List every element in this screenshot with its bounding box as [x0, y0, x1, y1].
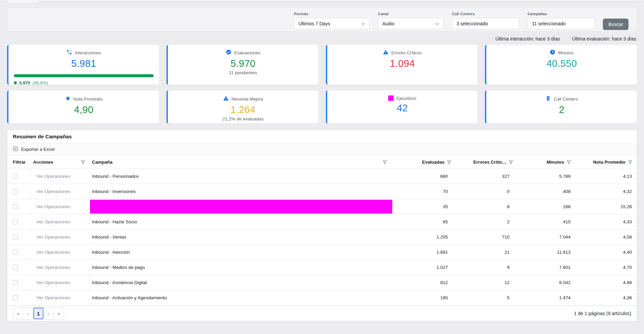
col-header-errores[interactable]: Errores Crític... — [456, 160, 519, 165]
row-checkbox[interactable] — [13, 219, 18, 224]
page-1-button[interactable]: 1 — [33, 308, 43, 319]
filter-funnel-icon[interactable] — [566, 160, 571, 165]
col-header-acciones[interactable]: Acciones — [31, 160, 90, 165]
check-circle-icon — [226, 49, 232, 56]
search-button[interactable]: Buscar — [603, 19, 628, 30]
ver-operaciones-link[interactable]: Ver Operaciones — [36, 189, 70, 194]
canal-select[interactable]: Audio — [378, 18, 444, 29]
green-dot-icon — [14, 81, 17, 84]
pagination-summary: 1 de 1 páginas (9 artículos) — [574, 311, 631, 316]
row-checkbox[interactable] — [13, 295, 18, 300]
next-page-button[interactable]: › — [43, 308, 54, 319]
col-header-evaluadas[interactable]: Evaluadas — [392, 160, 456, 165]
table-toolbar: Exportar a Excel — [7, 143, 637, 156]
evaluated-progress-bar — [14, 74, 154, 77]
ver-operaciones-link[interactable]: Ver Operaciones — [36, 234, 70, 240]
minutos-value: 6.042 — [519, 275, 576, 290]
ver-operaciones-link[interactable]: Ver Operaciones — [36, 250, 70, 255]
card-label: Nota Promedio — [73, 96, 103, 102]
evaluadas-value: 185 — [392, 290, 456, 305]
campanas-value: 11 seleccionado — [532, 21, 565, 26]
row-checkbox[interactable] — [13, 189, 18, 194]
table-row: Ver Operaciones Inbound - Hazte Socio 85… — [7, 215, 637, 230]
filter-funnel-icon[interactable] — [382, 160, 387, 165]
card-label: Minutos — [558, 50, 574, 55]
filter-funnel-icon[interactable] — [628, 160, 633, 165]
errores-value: 0 — [456, 184, 519, 199]
call-centers-field: Call Centers 3 seleccionado — [452, 12, 519, 29]
kpi-card-interacciones: Interacciones 5.981 5.970 (99,8%) — [7, 45, 159, 85]
ver-operaciones-link[interactable]: Ver Operaciones — [36, 280, 70, 285]
errores-value: 8 — [456, 199, 519, 214]
kpi-card-call-centers: Call Centers 2 — [485, 90, 637, 123]
first-page-button[interactable]: « — [13, 308, 23, 319]
redacted-campaign-block — [90, 200, 392, 214]
minutos-value: 11.613 — [519, 245, 576, 259]
periodo-field: Período Últimos 7 Days — [294, 12, 370, 29]
card-label: Ejecutivos — [396, 96, 416, 101]
last-page-button[interactable]: » — [54, 308, 64, 319]
col-header-minutos[interactable]: Minutos — [519, 160, 576, 165]
nota-value: 4,58 — [576, 230, 637, 244]
campaign-name: Inbound - Pensionados — [92, 174, 139, 179]
row-checkbox[interactable] — [13, 174, 18, 179]
canal-label: Canal — [378, 12, 444, 16]
nota-value: 4,36 — [576, 290, 637, 305]
status-bar: Última interacción: hace 3 días Última e… — [8, 36, 636, 41]
row-checkbox[interactable] — [13, 250, 18, 255]
row-checkbox[interactable] — [13, 234, 18, 240]
evaluated-subline: 5.970 (99,8%) — [8, 80, 159, 85]
minutos-value: 415 — [519, 215, 576, 229]
campanas-field: Campañas 11 seleccionado — [527, 12, 595, 29]
filter-funnel-icon[interactable] — [447, 160, 452, 165]
kpi-card-evaluaciones: Evaluaciones 5.970 11 pendientes — [166, 45, 318, 85]
ver-operaciones-link[interactable]: Ver Operaciones — [36, 219, 70, 224]
row-checkbox[interactable] — [13, 265, 18, 270]
nota-value: 4,70 — [576, 260, 637, 275]
call-centers-multiselect[interactable]: 3 seleccionado — [452, 18, 519, 29]
table-row: Ver Operaciones 35 8 166 15,26 — [7, 199, 637, 215]
card-subtext: 21,2% de evaluadas — [168, 116, 318, 121]
ver-operaciones-link[interactable]: Ver Operaciones — [36, 265, 70, 270]
table-row: Ver Operaciones Inbound - Medios de pago… — [7, 260, 637, 275]
ver-operaciones-link[interactable]: Ver Operaciones — [36, 174, 70, 179]
campanas-multiselect[interactable]: 11 seleccionado — [527, 18, 595, 29]
col-header-campana[interactable]: Campaña — [90, 160, 392, 165]
nota-value: 4,40 — [576, 245, 637, 259]
ver-operaciones-link[interactable]: Ver Operaciones — [36, 204, 70, 209]
card-label: Necesita Mejora — [232, 96, 263, 102]
col-header-nota[interactable]: Nota Promedio — [576, 160, 637, 165]
evaluadas-value: 1.205 — [392, 230, 456, 244]
campaign-name: Inbound - Hazte Socio — [92, 219, 137, 224]
card-value: 1.264 — [168, 104, 318, 115]
evaluadas-value: 35 — [392, 199, 456, 214]
ver-operaciones-link[interactable]: Ver Operaciones — [36, 295, 70, 300]
filter-funnel-icon[interactable] — [509, 160, 513, 165]
nota-value: 15,26 — [576, 199, 637, 214]
periodo-label: Período — [294, 12, 370, 16]
phone-volume-icon — [66, 49, 72, 56]
row-checkbox[interactable] — [13, 280, 18, 285]
warning-triangle-icon — [223, 95, 229, 103]
card-label: Call Centers — [554, 96, 578, 102]
errores-value: 710 — [456, 230, 519, 244]
row-checkbox[interactable] — [13, 204, 18, 209]
campaign-name: Inbound - Asistencia Digital — [92, 280, 147, 285]
table-row: Ver Operaciones Inbound - Pensionados 66… — [7, 169, 637, 184]
clock-icon — [550, 49, 555, 56]
filter-funnel-icon[interactable] — [81, 160, 85, 165]
table-body: Ver Operaciones Inbound - Pensionados 66… — [7, 169, 637, 306]
export-excel-button[interactable]: Exportar a Excel — [13, 146, 55, 152]
periodo-select[interactable]: Últimos 7 Days — [294, 18, 370, 29]
errores-value: 327 — [456, 169, 519, 184]
card-value: 4,90 — [8, 104, 159, 115]
minutos-value: 5.789 — [519, 169, 576, 184]
top-tab-strip — [0, 0, 644, 2]
call-centers-label: Call Centers — [452, 12, 519, 16]
errores-value: 9 — [456, 260, 519, 275]
table-row: Ver Operaciones Inbound - Activación y A… — [7, 290, 637, 306]
evaluadas-value: 85 — [392, 215, 456, 229]
card-label: Evaluaciones — [234, 50, 260, 55]
prev-page-button[interactable]: ‹ — [23, 308, 33, 319]
card-label: Errores Críticos — [391, 50, 422, 55]
